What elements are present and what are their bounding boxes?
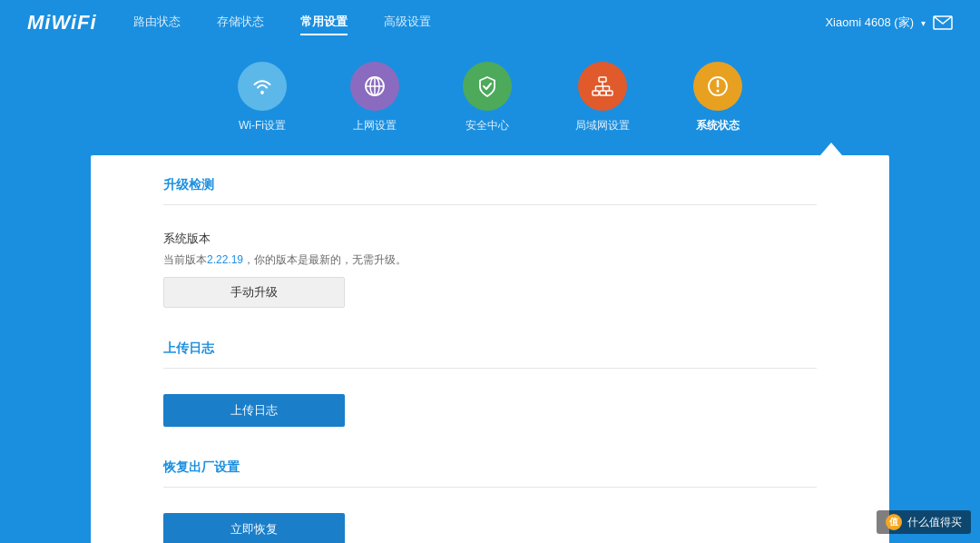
factory-reset-form-row: 立即恢复 (163, 506, 817, 543)
active-indicator (0, 143, 980, 155)
watermark-icon: 值 (886, 514, 902, 530)
wifi-label: Wi-Fi设置 (239, 118, 286, 133)
upgrade-desc-prefix: 当前版本 (163, 253, 207, 266)
nav-route-status[interactable]: 路由状态 (133, 10, 181, 35)
svg-rect-6 (599, 77, 606, 82)
internet-label: 上网设置 (353, 118, 397, 133)
icon-row: Wi-Fi设置 上网设置 安全中心 (0, 45, 980, 143)
device-dropdown-arrow[interactable]: ▾ (921, 18, 926, 28)
tab-wifi[interactable]: Wi-Fi设置 (238, 62, 287, 133)
tab-system[interactable]: 系统状态 (693, 62, 742, 133)
upgrade-divider (163, 204, 817, 205)
upgrade-form-label: 系统版本 (163, 231, 817, 247)
tab-lan[interactable]: 局域网设置 (575, 62, 630, 133)
mail-icon[interactable] (933, 15, 953, 30)
upload-log-button[interactable]: 上传日志 (163, 394, 345, 427)
upgrade-version: 2.22.19 (207, 253, 243, 266)
security-icon-circle (463, 62, 512, 111)
watermark-text: 什么值得买 (907, 515, 962, 530)
upload-log-divider (163, 368, 817, 369)
factory-reset-button[interactable]: 立即恢复 (163, 513, 345, 543)
logo: MiWiFi (27, 11, 97, 35)
nav-right: Xiaomi 4608 (家) ▾ (825, 15, 953, 31)
tab-security[interactable]: 安全中心 (463, 62, 512, 133)
wifi-icon-circle (238, 62, 287, 111)
lan-icon-circle (578, 62, 627, 111)
svg-rect-8 (600, 91, 606, 95)
svg-rect-7 (593, 91, 599, 95)
upgrade-title: 升级检测 (163, 177, 817, 193)
internet-icon-circle (350, 62, 399, 111)
device-name: Xiaomi 4608 (家) (825, 15, 914, 31)
system-icon-circle (693, 62, 742, 111)
top-nav: MiWiFi 路由状态 存储状态 常用设置 高级设置 Xiaomi 4608 (… (0, 0, 980, 45)
upgrade-form-desc: 当前版本2.22.19，你的版本是最新的，无需升级。 (163, 252, 817, 268)
svg-point-1 (260, 91, 264, 94)
factory-reset-divider (163, 487, 817, 488)
upload-log-title: 上传日志 (163, 341, 817, 357)
active-triangle (820, 143, 842, 155)
main-content: 升级检测 系统版本 当前版本2.22.19，你的版本是最新的，无需升级。 手动升… (91, 155, 889, 543)
manual-upgrade-button[interactable]: 手动升级 (163, 277, 345, 308)
upload-log-form-row: 上传日志 (163, 387, 817, 434)
system-label: 系统状态 (696, 118, 740, 133)
svg-rect-9 (606, 91, 612, 95)
factory-reset-title: 恢复出厂设置 (163, 459, 817, 476)
svg-point-17 (717, 90, 720, 93)
nav-links: 路由状态 存储状态 常用设置 高级设置 (133, 10, 826, 35)
watermark: 值 什么值得买 (877, 510, 971, 534)
security-label: 安全中心 (466, 118, 509, 133)
section-factory-reset: 恢复出厂设置 立即恢复 (163, 459, 817, 543)
nav-common-settings[interactable]: 常用设置 (300, 10, 348, 35)
upgrade-form-row: 系统版本 当前版本2.22.19，你的版本是最新的，无需升级。 手动升级 (163, 223, 817, 315)
tab-internet[interactable]: 上网设置 (350, 62, 399, 133)
upgrade-desc-suffix: ，你的版本是最新的，无需升级。 (243, 253, 407, 266)
section-upload-log: 上传日志 上传日志 (163, 341, 817, 434)
nav-storage-status[interactable]: 存储状态 (217, 10, 264, 35)
nav-advanced-settings[interactable]: 高级设置 (384, 10, 431, 35)
lan-label: 局域网设置 (575, 118, 630, 133)
section-upgrade: 升级检测 系统版本 当前版本2.22.19，你的版本是最新的，无需升级。 手动升… (163, 177, 817, 315)
